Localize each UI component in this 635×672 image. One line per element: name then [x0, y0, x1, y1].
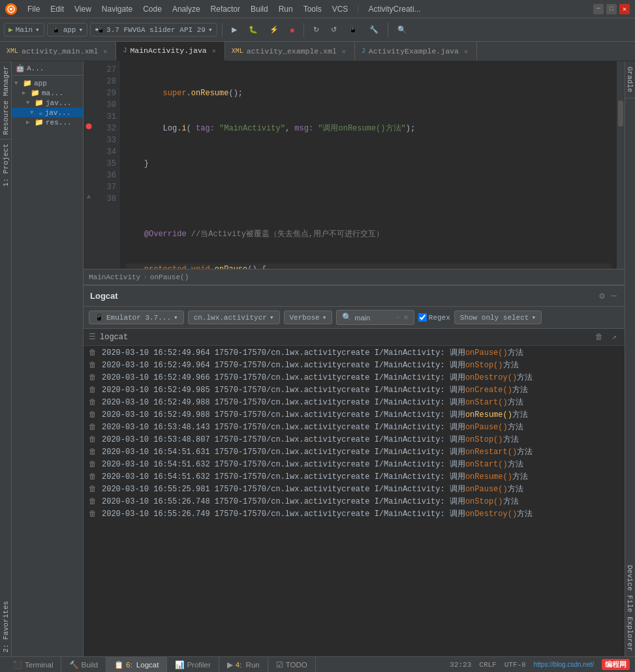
menu-vcs[interactable]: VCS	[327, 3, 354, 15]
tab-activityexample-java[interactable]: J ActivityExample.java ✕	[355, 42, 477, 61]
status-tab-todo[interactable]: ☑ TODO	[268, 657, 316, 672]
logcat-log-area[interactable]: 🗑 2020-03-10 16:52:49.964 17570-17570/cn…	[84, 346, 625, 656]
logcat-search-box[interactable]: 🔍 ← ✕	[336, 310, 414, 325]
tree-item-java2[interactable]: ▼ ☕ jav...	[12, 108, 83, 117]
log-icon-7: 🗑	[89, 422, 99, 433]
logcat-panel: Logcat ⚙ ─ 📱 Emulator 3.7... ▾ cn.lwx.ac…	[84, 284, 625, 656]
menu-navigate[interactable]: Navigate	[97, 3, 138, 15]
sidebar-label-favorites[interactable]: 2: Favorites	[0, 191, 11, 656]
tree-item-res[interactable]: ▶ 📁 res...	[12, 117, 83, 127]
tab-activity-main-xml[interactable]: XML activity_main.xml ✕	[0, 42, 116, 61]
minimize-button[interactable]: ─	[593, 4, 604, 14]
sidebar-label-resource-manager[interactable]: Resource Manager	[0, 61, 11, 139]
project-panel: 🤖 A... ▼ 📁 app ▶ 📁 ma... ▼ 📁 jav... ▼ ☕	[12, 61, 84, 656]
log-icon-1: 🗑	[89, 348, 99, 359]
logcat-search-input[interactable]	[354, 314, 394, 322]
search-everywhere[interactable]: 🔍	[393, 23, 411, 37]
package-dropdown[interactable]: cn.lwx.activitycr ▾	[188, 311, 280, 324]
log-row-6: 🗑 2020-03-10 16:52:49.988 17570-17570/cn…	[84, 409, 625, 421]
level-label: Verbose	[290, 314, 320, 322]
avd-button[interactable]: 📱	[344, 23, 362, 37]
emulator-label: Emulator 3.7...	[106, 314, 171, 322]
status-tab-build[interactable]: 🔨 Build	[61, 657, 106, 672]
main-dropdown[interactable]: ▶ Main ▾	[4, 23, 44, 37]
editor-scrollbar[interactable]	[617, 61, 625, 269]
search-icon: 🔍	[342, 313, 352, 322]
stop-button[interactable]: ■	[286, 23, 300, 37]
menu-run[interactable]: Run	[273, 3, 298, 15]
run-button[interactable]: ▶	[227, 23, 241, 37]
sdk-button[interactable]: 🔧	[365, 23, 383, 37]
device-label: 3.7 FWVGA slider API 29	[106, 26, 206, 34]
sidebar-label-project[interactable]: 1: Project	[0, 139, 11, 191]
menu-edit[interactable]: Edit	[45, 3, 69, 15]
breadcrumb-method: onPause()	[150, 273, 189, 281]
menu-file[interactable]: File	[22, 3, 45, 15]
tree-arrow-res: ▶	[26, 119, 33, 126]
tree-item-java1[interactable]: ▼ 📁 jav...	[12, 98, 83, 108]
logcat-minimize-icon[interactable]: ─	[610, 290, 618, 303]
log-icon-3: 🗑	[89, 373, 99, 384]
code-editor[interactable]: super.onResume(); Log.i( tag: "MainActiv…	[120, 61, 617, 269]
menu-analyze[interactable]: Analyze	[167, 3, 206, 15]
logcat-export-icon[interactable]: ↗	[610, 331, 619, 343]
status-tab-terminal[interactable]: ⬛ Terminal	[5, 657, 61, 672]
run-tab-label: 4: Run	[236, 661, 260, 669]
close-button[interactable]: ✕	[619, 4, 630, 14]
right-sidebar: Gradle Device File Explorer	[625, 61, 635, 656]
status-bar: ⬛ Terminal 🔨 Build 📋 6: Logcat 📊 Profile…	[0, 656, 635, 672]
close-tab-activity-example[interactable]: ✕	[340, 47, 348, 56]
close-tab-activity-main[interactable]: ✕	[101, 47, 109, 56]
gutter-38[interactable]: ⚠	[84, 191, 94, 202]
attach-button[interactable]: ⚡	[265, 23, 283, 37]
java-file-icon: ☕	[39, 108, 43, 117]
tab-activity-example-xml[interactable]: XML activity_example.xml ✕	[225, 42, 355, 61]
sync-button[interactable]: ↻	[309, 23, 324, 37]
menu-view[interactable]: View	[69, 3, 97, 15]
emulator-dropdown[interactable]: 📱 Emulator 3.7... ▾	[89, 311, 184, 324]
url-label: https://blog.csdn.net/	[534, 661, 594, 668]
log-row-13: 🗑 2020-03-10 16:55:26.748 17570-17570/cn…	[84, 496, 625, 508]
gradle-sync[interactable]: ↺	[326, 23, 341, 37]
menu-build[interactable]: Build	[245, 3, 273, 15]
device-file-explorer-label[interactable]: Device File Explorer	[625, 560, 635, 656]
close-tab-activityexample[interactable]: ✕	[462, 47, 470, 56]
code-area[interactable]: ⬤ ⚠ 27 28 29 30 31 32 33 34 35 36 37	[84, 61, 625, 269]
folder-icon-ma: 📁	[31, 89, 40, 97]
search-clear-icon[interactable]: ✕	[404, 313, 409, 322]
tree-item-app[interactable]: ▼ 📁 app	[12, 78, 83, 88]
menu-refactor[interactable]: Refactor	[206, 3, 245, 15]
menu-tools[interactable]: Tools	[298, 3, 327, 15]
show-only-select-button[interactable]: Show only select ▾	[454, 311, 542, 324]
menu-code[interactable]: Code	[138, 3, 167, 15]
status-tab-run[interactable]: ▶ 4: Run	[219, 657, 268, 672]
emulator-icon: 📱	[95, 313, 104, 322]
build-label: Build	[81, 661, 98, 669]
device-dropdown[interactable]: 📲 3.7 FWVGA slider API 29 ▾	[90, 23, 217, 37]
close-tab-mainactivity[interactable]: ✕	[210, 46, 218, 55]
gradle-label[interactable]: Gradle	[625, 61, 635, 99]
logcat-settings-icon[interactable]: ⚙	[598, 289, 606, 303]
level-dropdown[interactable]: Verbose ▾	[284, 311, 333, 324]
breadcrumb-separator: ›	[143, 273, 147, 281]
regex-checkbox[interactable]	[418, 313, 427, 322]
log-icon-12: 🗑	[89, 484, 99, 495]
log-row-10: 🗑 2020-03-10 16:54:51.632 17570-17570/cn…	[84, 459, 625, 471]
package-arrow: ▾	[270, 313, 274, 322]
todo-label: TODO	[286, 661, 307, 669]
main-label: Main	[16, 26, 33, 34]
tree-item-ma[interactable]: ▶ 📁 ma...	[12, 88, 83, 98]
status-tab-logcat[interactable]: 📋 6: Logcat	[106, 657, 167, 672]
gutter-32[interactable]: ⬤	[84, 120, 94, 132]
tab-mainactivity-java[interactable]: J MainActivity.java ✕	[116, 42, 225, 61]
log-text-14: 2020-03-10 16:55:26.749 17570-17570/cn.l…	[102, 509, 533, 520]
debug-button[interactable]: 🐛	[244, 23, 262, 37]
xml-icon: XML	[7, 48, 18, 55]
tab-label-activityexample: ActivityExample.java	[369, 47, 459, 55]
app-label: app	[63, 26, 76, 34]
logcat-clear-icon[interactable]: 🗑	[593, 331, 606, 343]
app-dropdown[interactable]: 📱 app ▾	[47, 23, 87, 37]
status-tab-profiler[interactable]: 📊 Profiler	[167, 657, 219, 672]
maximize-button[interactable]: □	[606, 4, 617, 14]
emulator-arrow: ▾	[174, 313, 178, 322]
